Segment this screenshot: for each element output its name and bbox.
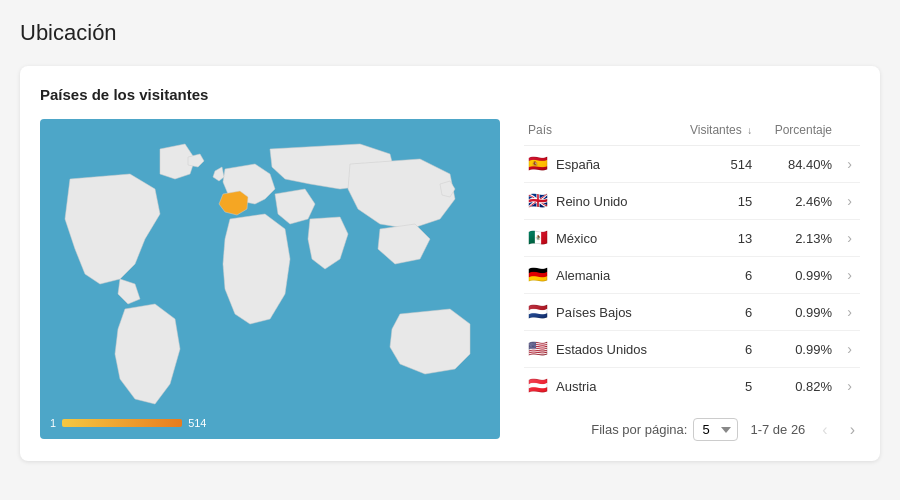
prev-page-button[interactable]: ‹ bbox=[817, 419, 832, 441]
percentage-value: 0.99% bbox=[760, 257, 840, 294]
row-detail-arrow[interactable]: › bbox=[840, 368, 860, 405]
row-detail-arrow[interactable]: › bbox=[840, 183, 860, 220]
row-detail-arrow[interactable]: › bbox=[840, 257, 860, 294]
map-svg bbox=[40, 119, 500, 439]
rows-per-page-label: Filas por página: bbox=[591, 422, 687, 437]
page-title: Ubicación bbox=[20, 20, 880, 46]
flag: 🇪🇸 bbox=[528, 156, 548, 172]
flag: 🇬🇧 bbox=[528, 193, 548, 209]
percentage-value: 0.82% bbox=[760, 368, 840, 405]
country-cell: 🇩🇪Alemania bbox=[524, 257, 675, 294]
rows-per-page-select[interactable]: 5102550 bbox=[693, 418, 738, 441]
table-row: 🇺🇸Estados Unidos60.99%› bbox=[524, 331, 860, 368]
visitors-card: Países de los visitantes bbox=[20, 66, 880, 461]
country-name: Países Bajos bbox=[556, 305, 632, 320]
page-info: 1-7 de 26 bbox=[750, 422, 805, 437]
table-row: 🇪🇸España51484.40%› bbox=[524, 146, 860, 183]
sort-icon: ↓ bbox=[747, 125, 752, 136]
legend-max: 514 bbox=[188, 417, 206, 429]
table-row: 🇳🇱Países Bajos60.99%› bbox=[524, 294, 860, 331]
table-header-row: País Visitantes ↓ Porcentaje bbox=[524, 119, 860, 146]
flag: 🇺🇸 bbox=[528, 341, 548, 357]
row-detail-arrow[interactable]: › bbox=[840, 331, 860, 368]
flag: 🇩🇪 bbox=[528, 267, 548, 283]
country-cell: 🇺🇸Estados Unidos bbox=[524, 331, 675, 368]
country-table: País Visitantes ↓ Porcentaje 🇪🇸España514… bbox=[524, 119, 860, 404]
country-name: Reino Unido bbox=[556, 194, 628, 209]
card-title: Países de los visitantes bbox=[40, 86, 860, 103]
col-action bbox=[840, 119, 860, 146]
visitors-value: 6 bbox=[675, 257, 760, 294]
flag: 🇲🇽 bbox=[528, 230, 548, 246]
rows-per-page: Filas por página: 5102550 bbox=[591, 418, 738, 441]
percentage-value: 2.46% bbox=[760, 183, 840, 220]
percentage-value: 84.40% bbox=[760, 146, 840, 183]
table-row: 🇲🇽México132.13%› bbox=[524, 220, 860, 257]
row-detail-arrow[interactable]: › bbox=[840, 220, 860, 257]
country-cell: 🇬🇧Reino Unido bbox=[524, 183, 675, 220]
table-row: 🇬🇧Reino Unido152.46%› bbox=[524, 183, 860, 220]
content-row: 1 514 País Visitantes ↓ bbox=[40, 119, 860, 441]
legend-bar bbox=[62, 419, 182, 427]
visitors-value: 15 bbox=[675, 183, 760, 220]
table-row: 🇩🇪Alemania60.99%› bbox=[524, 257, 860, 294]
visitors-value: 6 bbox=[675, 331, 760, 368]
visitors-value: 5 bbox=[675, 368, 760, 405]
percentage-value: 0.99% bbox=[760, 294, 840, 331]
map-legend: 1 514 bbox=[50, 417, 206, 429]
col-visitors[interactable]: Visitantes ↓ bbox=[675, 119, 760, 146]
country-name: México bbox=[556, 231, 597, 246]
legend-min: 1 bbox=[50, 417, 56, 429]
col-percentage: Porcentaje bbox=[760, 119, 840, 146]
pagination: Filas por página: 5102550 1-7 de 26 ‹ › bbox=[524, 418, 860, 441]
country-cell: 🇪🇸España bbox=[524, 146, 675, 183]
visitors-value: 514 bbox=[675, 146, 760, 183]
table-row: 🇦🇹Austria50.82%› bbox=[524, 368, 860, 405]
col-country: País bbox=[524, 119, 675, 146]
flag: 🇳🇱 bbox=[528, 304, 548, 320]
next-page-button[interactable]: › bbox=[845, 419, 860, 441]
visitors-value: 6 bbox=[675, 294, 760, 331]
world-map: 1 514 bbox=[40, 119, 500, 439]
visitors-value: 13 bbox=[675, 220, 760, 257]
row-detail-arrow[interactable]: › bbox=[840, 146, 860, 183]
row-detail-arrow[interactable]: › bbox=[840, 294, 860, 331]
country-cell: 🇲🇽México bbox=[524, 220, 675, 257]
table-body: 🇪🇸España51484.40%›🇬🇧Reino Unido152.46%›🇲… bbox=[524, 146, 860, 405]
country-name: Estados Unidos bbox=[556, 342, 647, 357]
country-table-container: País Visitantes ↓ Porcentaje 🇪🇸España514… bbox=[524, 119, 860, 441]
flag: 🇦🇹 bbox=[528, 378, 548, 394]
country-name: Alemania bbox=[556, 268, 610, 283]
country-cell: 🇦🇹Austria bbox=[524, 368, 675, 405]
percentage-value: 0.99% bbox=[760, 331, 840, 368]
percentage-value: 2.13% bbox=[760, 220, 840, 257]
country-name: Austria bbox=[556, 379, 596, 394]
country-name: España bbox=[556, 157, 600, 172]
country-cell: 🇳🇱Países Bajos bbox=[524, 294, 675, 331]
